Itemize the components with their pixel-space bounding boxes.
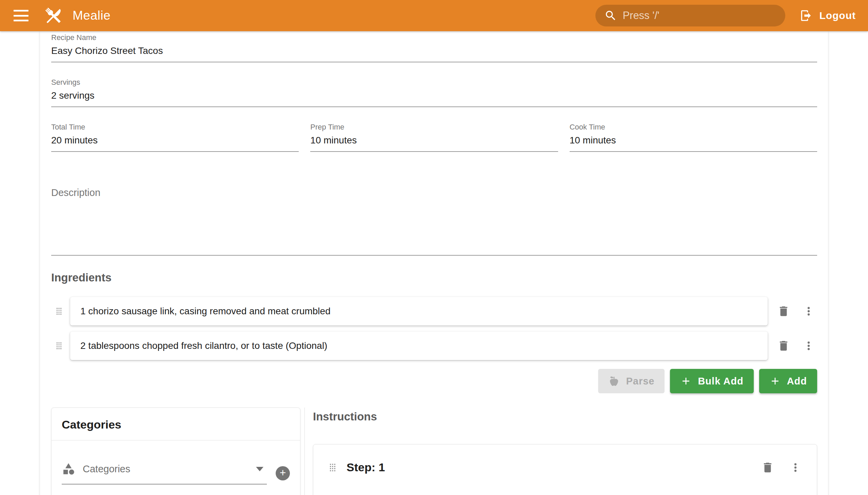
drag-handle-icon[interactable] xyxy=(325,461,340,474)
cook-time-input[interactable] xyxy=(569,132,817,152)
dots-vertical-icon xyxy=(802,305,815,318)
delete-step-button[interactable] xyxy=(761,461,774,474)
drag-handle-icon[interactable] xyxy=(51,306,67,317)
ingredient-card xyxy=(70,331,768,360)
description-textarea[interactable]: Description xyxy=(51,187,817,256)
ingredient-input[interactable] xyxy=(80,340,758,351)
categories-select[interactable]: Categories xyxy=(62,462,267,484)
ingredient-row xyxy=(51,297,817,325)
ingredient-menu-button[interactable] xyxy=(802,339,815,352)
ingredient-input[interactable] xyxy=(80,306,758,317)
logout-label: Logout xyxy=(819,10,856,21)
trash-icon xyxy=(777,339,790,352)
add-category-button[interactable]: + xyxy=(276,466,290,480)
categories-column: Categories Categories + xyxy=(51,408,305,495)
trash-icon xyxy=(761,461,774,474)
ingredients-heading: Ingredients xyxy=(51,271,817,284)
cook-time-field-block: Cook Time xyxy=(569,123,817,152)
trash-icon xyxy=(777,305,790,318)
categories-select-row: Categories + xyxy=(62,462,290,484)
divider xyxy=(52,440,300,440)
recipe-name-label: Recipe Name xyxy=(51,33,817,42)
chevron-down-icon[interactable] xyxy=(256,467,263,471)
total-time-label: Total Time xyxy=(51,123,299,132)
step-title: Step: 1 xyxy=(346,461,385,474)
ingredients-list xyxy=(51,297,817,360)
instructions-column: Instructions Step: 1 Combine crumbled ch… xyxy=(305,408,817,495)
dots-vertical-icon xyxy=(789,461,802,474)
logout-icon xyxy=(800,9,812,22)
recipe-editor-sheet: Recipe Name Servings Total Time Prep Tim… xyxy=(40,31,828,495)
ingredient-card xyxy=(70,297,768,325)
total-time-field-block: Total Time xyxy=(51,123,299,152)
categories-select-label: Categories xyxy=(83,463,256,475)
prep-time-input[interactable] xyxy=(310,132,558,152)
times-row: Total Time Prep Time Cook Time xyxy=(51,123,817,152)
step-card: Step: 1 Combine crumbled chorizo and chi… xyxy=(313,444,817,495)
plus-icon xyxy=(769,375,781,387)
plus-icon xyxy=(680,375,692,387)
parse-button[interactable]: Parse xyxy=(598,369,665,393)
step-menu-button[interactable] xyxy=(789,461,802,474)
shapes-icon xyxy=(62,462,75,476)
bulk-add-button[interactable]: Bulk Add xyxy=(670,369,753,393)
ingredient-menu-button[interactable] xyxy=(802,305,815,318)
bottom-columns: Categories Categories + Instructions xyxy=(51,408,817,495)
instructions-heading: Instructions xyxy=(313,410,817,423)
ingredient-row xyxy=(51,331,817,360)
total-time-input[interactable] xyxy=(51,132,299,152)
drag-handle-icon[interactable] xyxy=(51,340,67,352)
parse-button-label: Parse xyxy=(626,376,654,387)
servings-field-block: Servings xyxy=(51,78,817,107)
servings-label: Servings xyxy=(51,78,817,87)
cook-time-label: Cook Time xyxy=(569,123,817,132)
description-label: Description xyxy=(51,187,817,198)
app-title[interactable]: Mealie xyxy=(72,8,110,23)
menu-hamburger-icon[interactable] xyxy=(14,10,29,21)
dots-vertical-icon xyxy=(802,339,815,352)
step-header: Step: 1 xyxy=(325,461,805,474)
mealie-logo-icon xyxy=(42,4,64,27)
categories-heading: Categories xyxy=(52,408,300,440)
app-header: Mealie Logout xyxy=(0,0,868,31)
categories-card: Categories Categories + xyxy=(51,408,301,495)
add-button-label: Add xyxy=(787,376,807,387)
delete-ingredient-button[interactable] xyxy=(777,339,790,352)
delete-ingredient-button[interactable] xyxy=(777,305,790,318)
description-field-block: Description xyxy=(51,187,817,256)
search-bar[interactable] xyxy=(595,5,785,27)
add-button[interactable]: Add xyxy=(759,369,817,393)
recipe-name-field-block: Recipe Name xyxy=(51,33,817,62)
logout-button[interactable]: Logout xyxy=(800,9,856,22)
servings-input[interactable] xyxy=(51,87,817,107)
recipe-name-input[interactable] xyxy=(51,42,817,62)
apple-icon xyxy=(608,375,620,387)
search-icon xyxy=(604,9,617,22)
prep-time-field-block: Prep Time xyxy=(310,123,558,152)
prep-time-label: Prep Time xyxy=(310,123,558,132)
ingredients-actions-row: Parse Bulk Add Add xyxy=(51,369,817,393)
search-input[interactable] xyxy=(623,10,777,22)
bulk-add-button-label: Bulk Add xyxy=(698,376,743,387)
